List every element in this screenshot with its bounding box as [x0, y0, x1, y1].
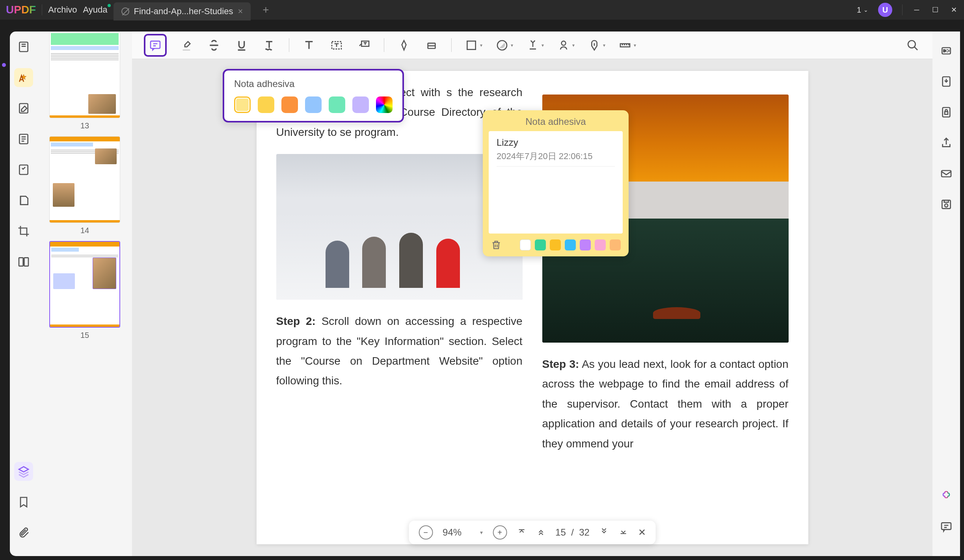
eraser-tool[interactable]: [424, 37, 439, 53]
callout-tool[interactable]: [356, 37, 372, 53]
doc-paragraph: Step 3: As you lead next, look for a con…: [542, 354, 789, 454]
search-icon[interactable]: [905, 37, 921, 53]
menu-help[interactable]: Ayuda: [83, 5, 108, 15]
note-color-orange[interactable]: [610, 239, 621, 250]
svg-rect-23: [942, 523, 951, 529]
sticky-note-date: 2024年7月20日 22:06:15: [497, 150, 615, 167]
prev-page-button[interactable]: [536, 527, 545, 538]
attachment-icon[interactable]: [14, 523, 33, 542]
next-page-button[interactable]: [599, 527, 609, 538]
ocr-icon[interactable]: [937, 41, 956, 60]
sticky-note-popup[interactable]: Nota adhesiva Lizzy 2024年7月20日 22:06:15: [483, 110, 629, 256]
zoom-dropdown[interactable]: ▾: [480, 529, 483, 536]
svg-point-21: [945, 204, 948, 207]
ai-assistant-icon[interactable]: [937, 487, 956, 506]
underline-tool[interactable]: [234, 37, 249, 53]
last-page-button[interactable]: [619, 527, 628, 538]
thumbnail-13[interactable]: 13: [49, 32, 120, 130]
redact-icon[interactable]: [14, 191, 33, 210]
separator: [451, 38, 452, 52]
color-swatch-orange[interactable]: [281, 96, 298, 113]
doc-paragraph: Step 2: Scroll down on accessing a respe…: [276, 312, 523, 391]
svg-rect-3: [19, 165, 28, 174]
pencil-tool[interactable]: [396, 37, 412, 53]
note-color-yellow[interactable]: [550, 239, 561, 250]
app-logo: UPDF: [6, 4, 36, 16]
stamp-tool[interactable]: ▾: [525, 37, 544, 53]
zoom-in-button[interactable]: +: [493, 525, 507, 540]
measure-tool[interactable]: ▾: [617, 37, 636, 53]
note-color-green[interactable]: [535, 239, 546, 250]
squiggly-tool[interactable]: [261, 37, 277, 53]
annotate-mode-icon[interactable]: [14, 68, 33, 87]
svg-point-12: [562, 41, 566, 45]
color-swatch-green[interactable]: [329, 96, 345, 113]
page-indicator[interactable]: 15 / 32: [555, 527, 590, 538]
add-tab-button[interactable]: +: [262, 4, 269, 16]
menu-file[interactable]: Archivo: [48, 5, 77, 15]
zoom-value: 94%: [443, 527, 470, 538]
close-zoom-bar[interactable]: ✕: [638, 527, 646, 538]
main-content: ▾ ▾ ▾ ▾ ▾ ▾ Nota adhesiva he sup: [132, 32, 932, 556]
color-swatch-yellow-light[interactable]: [234, 96, 251, 113]
shape-tool[interactable]: ▾: [463, 37, 482, 53]
color-swatch-yellow[interactable]: [258, 96, 274, 113]
signature-tool[interactable]: ▾: [556, 37, 575, 53]
thumbnails-panel: 13 14 15: [37, 32, 132, 556]
tab-title: Find-and-Ap...her-Studies: [134, 6, 233, 17]
color-swatch-purple[interactable]: [352, 96, 369, 113]
share-icon[interactable]: [937, 134, 956, 152]
strikethrough-tool[interactable]: [206, 37, 222, 53]
form-mode-icon[interactable]: [14, 160, 33, 179]
svg-point-14: [908, 41, 916, 48]
protect-icon[interactable]: [937, 103, 956, 122]
note-color-blue[interactable]: [565, 239, 576, 250]
thumbnail-14[interactable]: 14: [49, 136, 120, 235]
divider: [42, 4, 42, 15]
document-tab[interactable]: Find-and-Ap...her-Studies ×: [114, 2, 251, 20]
zoom-navigation-bar: − 94% ▾ + 15 / 32 ✕: [409, 521, 656, 544]
email-icon[interactable]: [937, 164, 956, 183]
color-swatch-blue[interactable]: [305, 96, 322, 113]
annotation-toolbar: ▾ ▾ ▾ ▾ ▾ ▾: [132, 32, 932, 59]
separator: [289, 38, 289, 52]
note-color-purple[interactable]: [580, 239, 591, 250]
note-color-white[interactable]: [520, 239, 531, 250]
trash-icon[interactable]: [491, 239, 502, 250]
sign-tool[interactable]: ▾: [586, 37, 605, 53]
sticky-note-author: Lizzy: [497, 137, 615, 148]
highlight-tool[interactable]: [179, 37, 194, 53]
compare-icon[interactable]: [14, 252, 33, 271]
crop-icon[interactable]: [14, 222, 33, 241]
sticky-note-body[interactable]: Lizzy 2024年7月20日 22:06:15: [489, 131, 623, 234]
bookmark-icon[interactable]: [14, 493, 33, 512]
layers-icon[interactable]: [14, 462, 33, 481]
popup-title: Nota adhesiva: [234, 78, 393, 89]
textbox-tool[interactable]: [329, 37, 344, 53]
user-avatar[interactable]: U: [878, 3, 892, 17]
tab-close-button[interactable]: ×: [238, 6, 243, 17]
sticker-tool[interactable]: ▾: [494, 37, 513, 53]
sticky-note-title: Nota adhesiva: [483, 110, 629, 131]
convert-icon[interactable]: [937, 72, 956, 91]
organize-mode-icon[interactable]: [14, 130, 33, 148]
text-tool[interactable]: [301, 37, 317, 53]
note-color-pink[interactable]: [595, 239, 606, 250]
svg-rect-5: [24, 258, 28, 266]
edit-mode-icon[interactable]: [14, 99, 33, 118]
first-page-button[interactable]: [517, 527, 526, 538]
purple-indicator-dot: [2, 63, 6, 67]
tab-doc-icon: [121, 7, 129, 15]
save-icon[interactable]: [937, 195, 956, 214]
maximize-button[interactable]: ☐: [931, 6, 940, 14]
window-count[interactable]: 1 ⌄: [857, 6, 868, 15]
sticky-note-tool[interactable]: [144, 34, 167, 57]
color-swatch-custom[interactable]: [376, 96, 393, 113]
comment-panel-icon[interactable]: [937, 517, 956, 536]
svg-rect-18: [945, 112, 948, 115]
thumbnail-15[interactable]: 15: [49, 241, 120, 340]
zoom-out-button[interactable]: −: [419, 525, 433, 540]
reader-mode-icon[interactable]: [14, 37, 33, 56]
minimize-button[interactable]: ─: [912, 6, 921, 14]
close-button[interactable]: ✕: [949, 6, 958, 14]
